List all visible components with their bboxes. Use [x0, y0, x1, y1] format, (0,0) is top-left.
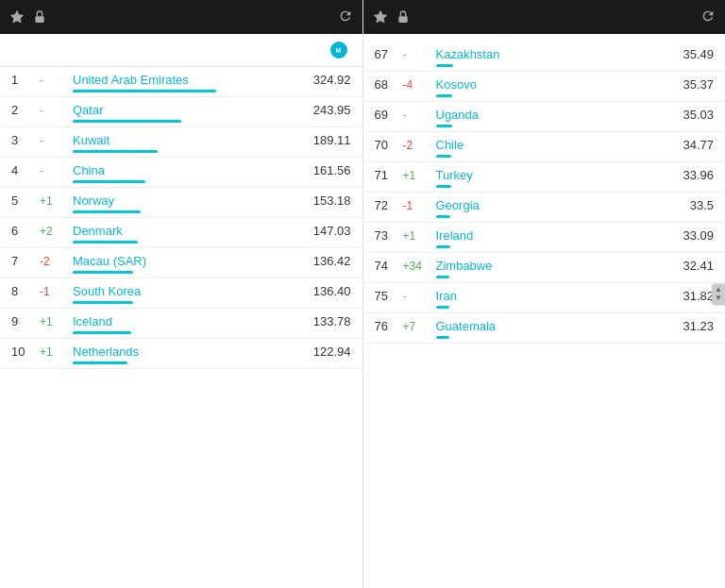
change-value: -4 — [403, 78, 436, 92]
scroll-up-arrow[interactable]: ▲ — [715, 285, 722, 294]
speed-bar-container — [375, 306, 715, 309]
speed-bar — [73, 210, 141, 213]
rank-number: 1 — [11, 73, 40, 87]
speed-bar — [73, 271, 133, 274]
rank-number: 9 — [11, 314, 40, 328]
country-name: Iceland — [73, 314, 285, 328]
speed-header: M — [285, 42, 351, 59]
country-name: Macau (SAR) — [73, 254, 285, 268]
right-lock-icon — [396, 9, 411, 25]
star-icon[interactable] — [9, 9, 25, 25]
mbps-icon: M — [330, 42, 347, 59]
change-value: - — [403, 109, 436, 122]
speed-value: 133.78 — [285, 314, 351, 328]
speed-value: 324.92 — [285, 73, 351, 87]
table-row: 2 - Qatar 243.95 — [0, 97, 362, 127]
speed-bar — [73, 361, 127, 364]
speed-value: 35.49 — [648, 47, 714, 61]
speed-value: 161.56 — [285, 163, 351, 177]
left-table-header: M — [0, 34, 362, 67]
speed-bar — [436, 125, 452, 127]
scrollbar[interactable]: ▲ ▼ — [712, 283, 725, 305]
speed-bar — [436, 94, 452, 97]
change-value: +2 — [40, 225, 73, 238]
table-row: 76 +7 Guatemala 31.23 — [363, 313, 726, 344]
speed-value: 122.94 — [285, 344, 351, 359]
scroll-down-arrow[interactable]: ▼ — [715, 294, 722, 304]
speed-bar — [73, 331, 131, 334]
change-value: - — [40, 134, 73, 147]
rank-number: 73 — [375, 228, 403, 243]
speed-value: 136.40 — [285, 284, 351, 298]
country-name: Guatemala — [436, 319, 649, 333]
rank-number: 67 — [375, 47, 403, 61]
rank-number: 3 — [11, 133, 40, 147]
left-refresh-icon[interactable] — [338, 8, 353, 24]
country-name: Chile — [436, 138, 649, 152]
table-row: 5 +1 Norway 153.18 — [0, 188, 362, 218]
table-row: 9 +1 Iceland 133.78 — [0, 309, 362, 339]
right-refresh-icon[interactable] — [700, 8, 716, 24]
speed-value: 31.23 — [648, 319, 714, 333]
speed-bar — [73, 301, 133, 304]
rank-number: 2 — [11, 103, 40, 117]
speed-value: 189.11 — [285, 133, 351, 147]
speed-bar-container — [375, 245, 715, 248]
speed-bar-container — [11, 180, 351, 183]
country-name: South Korea — [73, 284, 285, 298]
speed-bar-container — [375, 185, 715, 188]
rank-number: 75 — [375, 289, 403, 303]
left-rows-container[interactable]: 1 - United Arab Emirates 324.92 2 - Qata… — [0, 67, 362, 588]
country-name: Zimbabwe — [436, 259, 649, 273]
change-value: - — [403, 48, 436, 61]
speed-bar-container — [11, 361, 351, 364]
table-row: 7 -2 Macau (SAR) 136.42 — [0, 248, 362, 278]
change-value: +1 — [40, 315, 73, 328]
rank-number: 8 — [11, 284, 40, 298]
country-name: Iran — [436, 289, 649, 303]
table-row: 72 -1 Georgia 33.5 — [363, 193, 726, 223]
speed-bar — [436, 306, 449, 309]
table-row: 74 +34 Zimbabwe 32.41 — [363, 253, 726, 283]
speed-bar — [436, 215, 450, 218]
speed-value: 33.09 — [648, 228, 714, 243]
right-rows-container[interactable]: 67 - Kazakhstan 35.49 68 -4 Kosovo 35.37… — [363, 34, 726, 588]
country-name: Kazakhstan — [436, 47, 649, 61]
table-row: 4 - China 161.56 — [0, 158, 362, 188]
speed-value: 32.41 — [648, 259, 714, 273]
change-value: +7 — [403, 320, 436, 333]
right-star-icon[interactable] — [373, 9, 388, 25]
left-browser-bar — [0, 0, 362, 34]
change-value: +1 — [40, 345, 73, 359]
speed-bar-container — [375, 155, 715, 158]
speed-bar — [73, 150, 158, 153]
speed-value: 153.18 — [285, 193, 351, 208]
table-row: 67 - Kazakhstan 35.49 — [363, 42, 726, 72]
speed-bar-container — [375, 215, 715, 218]
table-row: 10 +1 Netherlands 122.94 — [0, 339, 362, 369]
speed-bar — [436, 185, 451, 188]
speed-bar-container — [11, 301, 351, 304]
rank-number: 70 — [375, 138, 403, 152]
change-value: - — [40, 74, 73, 87]
speed-bar-container — [11, 210, 351, 213]
table-row: 68 -4 Kosovo 35.37 — [363, 72, 726, 102]
table-row: 1 - United Arab Emirates 324.92 — [0, 67, 362, 97]
speed-bar-container — [11, 120, 351, 123]
change-value: +1 — [403, 229, 436, 243]
change-value: -1 — [40, 285, 73, 298]
svg-rect-1 — [398, 16, 407, 23]
change-value: +34 — [403, 260, 436, 273]
speed-bar-container — [11, 331, 351, 334]
rank-number: 72 — [375, 198, 403, 212]
svg-rect-0 — [35, 16, 43, 23]
country-name: United Arab Emirates — [73, 73, 285, 87]
speed-value: 147.03 — [285, 224, 351, 238]
country-name: Ireland — [436, 228, 649, 243]
country-name: Georgia — [436, 198, 649, 212]
rank-number: 76 — [375, 319, 403, 333]
table-row: 6 +2 Denmark 147.03 — [0, 218, 362, 248]
change-value: -1 — [403, 199, 436, 212]
change-value: - — [40, 104, 73, 117]
rank-number: 71 — [375, 168, 403, 182]
